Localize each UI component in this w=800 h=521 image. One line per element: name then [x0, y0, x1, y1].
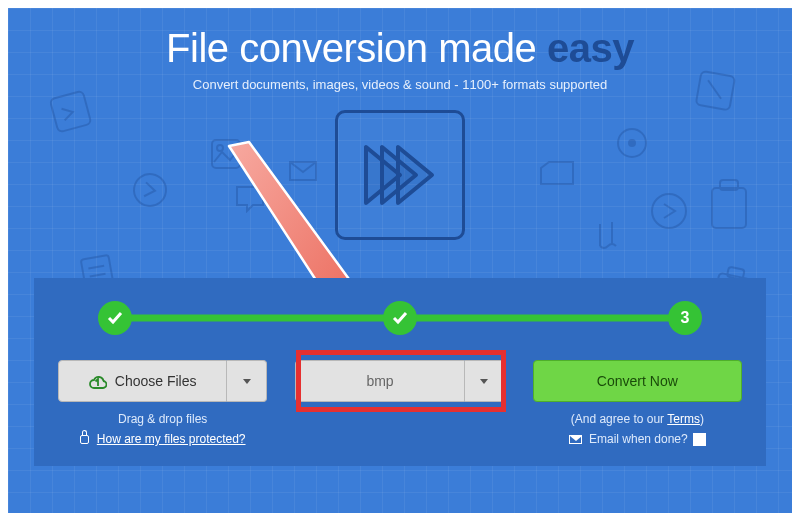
- mail-icon: [569, 435, 582, 444]
- choose-files-label: Choose Files: [115, 373, 197, 389]
- page-title: File conversion made easy: [8, 26, 792, 71]
- check-icon: [106, 309, 124, 327]
- protected-hint: How are my files protected?: [80, 432, 246, 446]
- email-done-checkbox[interactable]: [693, 433, 706, 446]
- svg-line-13: [90, 274, 106, 277]
- chevron-down-icon: [480, 379, 488, 384]
- terms-link[interactable]: Terms: [667, 412, 700, 426]
- svg-marker-19: [398, 147, 432, 203]
- title-emphasis: easy: [547, 26, 634, 70]
- step-2-done: [383, 301, 417, 335]
- terms-hint: (And agree to our Terms): [571, 412, 704, 426]
- files-protected-link[interactable]: How are my files protected?: [97, 432, 246, 446]
- step-3-current: 3: [668, 301, 702, 335]
- step-1-done: [98, 301, 132, 335]
- convert-now-label: Convert Now: [597, 373, 678, 389]
- email-done-label: Email when done?: [589, 432, 688, 446]
- choose-files-col: Choose Files Drag & drop files How are m…: [58, 360, 267, 446]
- logo-wrap: [8, 110, 792, 240]
- check-icon: [391, 309, 409, 327]
- format-selected-value: bmp: [366, 373, 393, 389]
- choose-files-button[interactable]: Choose Files: [58, 360, 227, 402]
- format-select[interactable]: bmp: [295, 360, 464, 402]
- email-done-row: Email when done?: [569, 432, 706, 446]
- format-select-group: bmp: [295, 360, 504, 402]
- drag-drop-hint: Drag & drop files: [118, 412, 207, 426]
- convert-now-button[interactable]: Convert Now: [533, 360, 742, 402]
- svg-line-12: [88, 266, 104, 269]
- format-col: bmp: [295, 360, 504, 446]
- choose-files-group: Choose Files: [58, 360, 267, 402]
- app-logo: [335, 110, 465, 240]
- fast-forward-icon: [352, 127, 448, 223]
- hero: File conversion made easy Convert docume…: [8, 8, 792, 513]
- controls-row: Choose Files Drag & drop files How are m…: [58, 360, 742, 446]
- conversion-panel: 3 Choose Files: [34, 278, 766, 466]
- convert-col: Convert Now (And agree to our Terms) Ema…: [533, 360, 742, 446]
- page-subtitle: Convert documents, images, videos & soun…: [8, 77, 792, 92]
- title-text: File conversion made: [166, 26, 547, 70]
- stepper: 3: [58, 300, 742, 336]
- choose-files-dropdown[interactable]: [227, 360, 267, 402]
- lock-icon: [80, 435, 89, 444]
- cloud-upload-icon: [89, 373, 107, 389]
- format-dropdown[interactable]: [465, 360, 505, 402]
- chevron-down-icon: [243, 379, 251, 384]
- step-3-label: 3: [681, 309, 690, 327]
